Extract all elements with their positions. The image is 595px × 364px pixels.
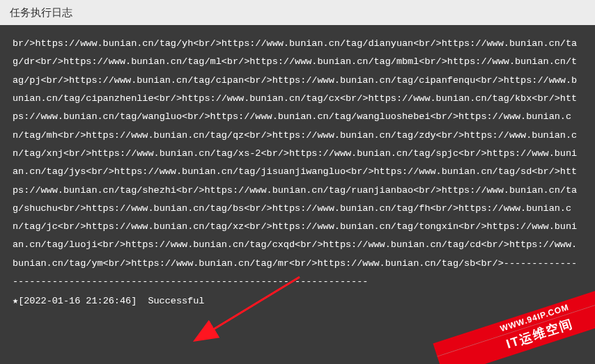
log-timestamp: [2022-01-16 21:26:46] bbox=[18, 296, 137, 306]
log-output[interactable]: br/>https://www.bunian.cn/tag/yh<br/>htt… bbox=[0, 25, 595, 364]
star-icon: ★ bbox=[13, 296, 18, 306]
log-panel-title: 任务执行日志 bbox=[10, 6, 72, 19]
log-panel-header: 任务执行日志 bbox=[0, 0, 595, 25]
log-status: Successful bbox=[148, 296, 204, 306]
log-text: br/>https://www.bunian.cn/tag/yh<br/>htt… bbox=[13, 38, 577, 287]
log-status-line: ★[2022-01-16 21:26:46] Successful bbox=[13, 292, 582, 310]
